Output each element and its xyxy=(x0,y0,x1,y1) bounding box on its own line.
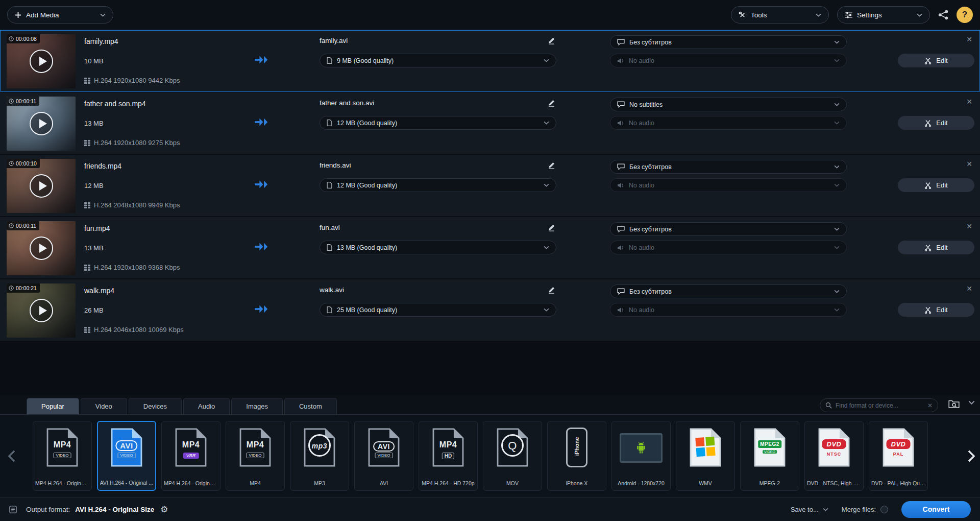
source-filename: fun.mp4 xyxy=(84,224,110,232)
remove-file-button[interactable]: ✕ xyxy=(965,159,973,169)
subtitles-icon xyxy=(617,163,625,170)
video-thumbnail[interactable]: 00:00:11 xyxy=(7,221,76,275)
edit-button[interactable]: Edit xyxy=(898,178,974,192)
add-media-button[interactable]: Add Media xyxy=(7,6,113,23)
tools-button[interactable]: Tools xyxy=(731,6,829,23)
carousel-left-button[interactable] xyxy=(8,450,15,462)
output-size-dropdown[interactable]: 9 MB (Good quality) xyxy=(320,54,556,67)
format-tab[interactable]: Custom xyxy=(284,398,337,414)
remove-file-button[interactable]: ✕ xyxy=(965,284,973,293)
preset-card[interactable]: DVD NTSC DVD - NTSC, High Qu... xyxy=(804,421,864,491)
preset-format-sub-badge: VIDEO xyxy=(118,453,136,458)
format-tab[interactable]: Images xyxy=(231,398,283,414)
rename-button[interactable] xyxy=(547,285,556,295)
subtitles-dropdown[interactable]: Без субтитров xyxy=(610,35,847,49)
play-button[interactable] xyxy=(30,112,53,135)
rename-button[interactable] xyxy=(547,160,556,170)
preset-icon: AVI VIDEO xyxy=(363,426,404,470)
output-size-dropdown[interactable]: 12 MB (Good quality) xyxy=(320,116,556,130)
preset-card[interactable]: MP4 HD MP4 H.264 - HD 720p xyxy=(419,421,478,491)
format-tab[interactable]: Audio xyxy=(183,398,230,414)
convert-arrow-icon xyxy=(254,55,270,66)
preset-card[interactable]: iPhone iPhone X xyxy=(547,421,606,491)
rename-button[interactable] xyxy=(547,36,556,45)
share-button[interactable] xyxy=(938,10,948,20)
settings-button[interactable]: Settings xyxy=(837,6,930,23)
output-size-value: 9 MB (Good quality) xyxy=(337,57,394,64)
topbar: Add Media Tools Settings ? xyxy=(0,0,980,30)
edit-button[interactable]: Edit xyxy=(898,241,974,254)
preset-card[interactable]: AVI VIDEO AVI H.264 - Original ... xyxy=(97,421,156,491)
remove-file-button[interactable]: ✕ xyxy=(965,222,973,231)
footer-right: Save to... Merge files: Convert xyxy=(791,501,971,518)
audio-dropdown[interactable]: No audio xyxy=(610,241,847,254)
rename-button[interactable] xyxy=(547,223,556,232)
file-row[interactable]: 00:00:11 father and son.mp4 13 MB H.264 … xyxy=(0,92,980,154)
preset-card[interactable]: Android - 1280x720 xyxy=(611,421,671,491)
carousel-right-button[interactable] xyxy=(968,450,975,462)
format-tab[interactable]: Devices xyxy=(129,398,182,414)
subtitles-dropdown[interactable]: No subtitles xyxy=(610,98,847,111)
file-row[interactable]: 00:00:10 friends.mp4 12 MB H.264 2048x10… xyxy=(0,155,980,216)
audio-dropdown[interactable]: No audio xyxy=(610,303,847,317)
video-thumbnail[interactable]: 00:00:10 xyxy=(7,159,76,213)
save-to-dropdown[interactable]: Save to... xyxy=(791,506,828,513)
browse-formats-button[interactable] xyxy=(948,399,960,408)
file-row[interactable]: 00:00:08 family.mp4 10 MB H.264 1920x108… xyxy=(0,30,980,91)
video-thumbnail[interactable]: 00:00:08 xyxy=(7,34,76,88)
preset-format-badge: AVI xyxy=(115,440,137,451)
file-row[interactable]: 00:00:21 walk.mp4 26 MB H.264 2046x1080 … xyxy=(0,279,980,341)
output-size-dropdown[interactable]: 13 MB (Good quality) xyxy=(320,241,556,254)
audio-dropdown[interactable]: No audio xyxy=(610,116,847,130)
tab-label: Images xyxy=(246,402,268,410)
play-button[interactable] xyxy=(30,50,53,73)
remove-file-button[interactable]: ✕ xyxy=(965,97,973,106)
preset-card[interactable]: DVD PAL DVD - PAL, High Qual... xyxy=(869,421,928,491)
format-tab[interactable]: Popular xyxy=(27,398,79,414)
file-icon xyxy=(327,57,332,64)
play-button[interactable] xyxy=(30,299,53,322)
preset-card[interactable]: mp3 MP3 xyxy=(290,421,349,491)
edit-button[interactable]: Edit xyxy=(898,54,974,67)
preset-format-badge: mp3 xyxy=(308,434,331,457)
gear-icon[interactable]: ⚙ xyxy=(160,504,168,515)
preset-card[interactable]: Q MOV xyxy=(483,421,542,491)
preset-card[interactable]: WMV xyxy=(676,421,735,491)
rename-button[interactable] xyxy=(547,98,556,108)
merge-files-toggle[interactable] xyxy=(880,506,888,513)
subtitles-dropdown[interactable]: Без субтитров xyxy=(610,285,847,298)
preset-card[interactable]: MP4 VBR MP4 H.264 - Original ... xyxy=(161,421,220,491)
format-tab[interactable]: Video xyxy=(81,398,127,414)
convert-button[interactable]: Convert xyxy=(901,501,971,518)
preset-card[interactable]: MP4 VIDEO MP4 H.264 - Original ... xyxy=(33,421,92,491)
file-icon xyxy=(327,182,332,188)
edit-button[interactable]: Edit xyxy=(898,303,974,317)
subtitles-dropdown[interactable]: Без субтитров xyxy=(610,160,847,174)
play-button[interactable] xyxy=(30,174,53,198)
empty-area xyxy=(0,341,980,395)
android-robot-icon xyxy=(620,433,663,463)
audio-dropdown[interactable]: No audio xyxy=(610,54,847,67)
format-tabs-bar: Popular Video Devices Audio Images Custo… xyxy=(0,395,980,415)
help-button[interactable]: ? xyxy=(957,7,973,23)
video-thumbnail[interactable]: 00:00:11 xyxy=(7,97,76,151)
preset-card[interactable]: MP4 VIDEO MP4 xyxy=(226,421,285,491)
audio-dropdown[interactable]: No audio xyxy=(610,178,847,192)
remove-file-button[interactable]: ✕ xyxy=(965,35,973,44)
duration-badge: 00:00:21 xyxy=(7,283,40,293)
preset-card[interactable]: AVI VIDEO AVI xyxy=(354,421,413,491)
file-row[interactable]: 00:00:11 fun.mp4 13 MB H.264 1920x1080 9… xyxy=(0,217,980,278)
search-clear-icon[interactable]: ✕ xyxy=(927,402,933,409)
play-button[interactable] xyxy=(30,236,53,260)
search-input[interactable] xyxy=(836,402,924,409)
output-size-dropdown[interactable]: 12 MB (Good quality) xyxy=(320,178,556,192)
output-format-icon xyxy=(9,506,17,513)
video-thumbnail[interactable]: 00:00:21 xyxy=(7,283,76,338)
output-size-dropdown[interactable]: 25 MB (Good quality) xyxy=(320,303,556,317)
subtitles-icon xyxy=(617,288,625,295)
collapse-panel-button[interactable] xyxy=(968,400,975,405)
chevron-down-icon xyxy=(834,183,840,187)
preset-card[interactable]: MPEG2 VIDEO MPEG-2 xyxy=(740,421,799,491)
subtitles-dropdown[interactable]: Без субтитров xyxy=(610,222,847,236)
edit-button[interactable]: Edit xyxy=(898,116,974,130)
